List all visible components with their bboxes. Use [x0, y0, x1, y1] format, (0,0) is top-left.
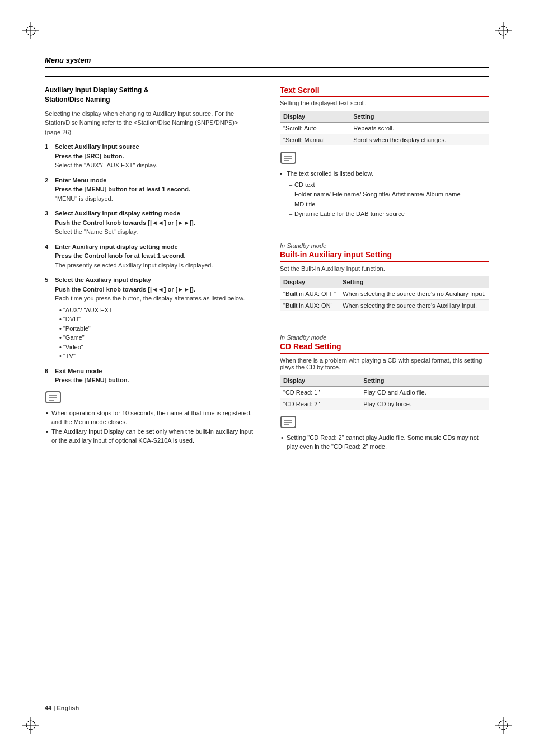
built-in-aux-section: In Standby mode Built-in Auxiliary input…	[280, 242, 489, 311]
step-4-detail: The presently selected Auxiliary input d…	[55, 261, 254, 270]
note-bullet-item: The Auxiliary Input Display can be set o…	[45, 427, 254, 445]
col-setting: Setting	[360, 375, 489, 387]
list-item: "AUX"/ "AUX EXT"	[59, 306, 254, 315]
reg-mark-tr	[495, 22, 512, 39]
table-cell-display: "Scroll: Auto"	[280, 123, 350, 134]
note-bullet-item: Setting "CD Read: 2" cannot play Audio f…	[280, 433, 489, 452]
step-4-content: Enter Auxiliary input display setting mo…	[55, 242, 254, 270]
step-3-content: Select Auxiliary input display setting m…	[55, 209, 254, 237]
table-cell-setting: Play CD by force.	[360, 398, 489, 410]
step-6: 6 Exit Menu mode Press the [MENU] button…	[45, 367, 254, 385]
table-row: "Built in AUX: OFF" When selecting the s…	[280, 288, 489, 299]
note-icon-cd-read	[280, 415, 489, 430]
table-header-row: Display Setting	[280, 111, 489, 123]
list-item: "Portable"	[59, 324, 254, 334]
step-2: 2 Enter Menu mode Press the [MENU] butto…	[45, 176, 254, 204]
step-1-instruction: Press the [SRC] button.	[55, 152, 254, 161]
table-cell-setting: When selecting the source there's no Aux…	[339, 288, 489, 299]
table-row: "Scroll: Manual" Scrolls when the displa…	[280, 134, 489, 146]
step-2-content: Enter Menu mode Press the [MENU] button …	[55, 176, 254, 204]
step-3-title: Select Auxiliary input display setting m…	[55, 209, 254, 218]
step-2-num: 2	[45, 176, 53, 204]
step-1-detail: Select the "AUX"/ "AUX EXT" display.	[55, 161, 254, 170]
step-1: 1 Select Auxiliary input source Press th…	[45, 142, 254, 170]
step-2-title: Enter Menu mode	[55, 176, 254, 185]
text-scroll-title: Text Scroll	[280, 86, 489, 97]
aux-intro: Selecting the display when changing to A…	[45, 109, 254, 137]
menu-system-header: Menu system	[45, 56, 489, 68]
table-row: "Built in AUX: ON" When selecting the so…	[280, 299, 489, 311]
table-row: "CD Read: 1" Play CD and Audio file.	[280, 386, 489, 398]
step-5-instruction: Push the Control knob towards [|◄◄] or […	[55, 285, 254, 294]
page-number: 44	[45, 705, 51, 711]
col-setting: Setting	[350, 111, 489, 123]
table-cell-display: "Built in AUX: ON"	[280, 299, 339, 311]
left-column: Auxiliary Input Display Setting & Statio…	[45, 86, 263, 465]
list-item: Dynamic Lable for the DAB tuner source	[289, 209, 489, 219]
table-header-row: Display Setting	[280, 276, 489, 288]
list-item: CD text	[289, 180, 489, 190]
cd-read-notes: Setting "CD Read: 2" cannot play Audio f…	[280, 433, 489, 452]
text-scroll-section: Text Scroll Setting the displayed text s…	[280, 86, 489, 219]
list-item: "TV"	[59, 351, 254, 361]
step-1-num: 1	[45, 142, 53, 170]
built-in-aux-title: Built-in Auxiliary input Setting	[280, 250, 489, 262]
col-setting: Setting	[339, 276, 489, 288]
col-display: Display	[280, 276, 339, 288]
standby-label-cd: In Standby mode	[280, 334, 489, 341]
table-cell-setting: Scrolls when the display changes.	[350, 134, 489, 146]
list-item: "Game"	[59, 333, 254, 342]
cd-read-subtitle: When there is a problem with playing a C…	[280, 357, 489, 370]
step-3: 3 Select Auxiliary input display setting…	[45, 209, 254, 237]
cd-read-table: Display Setting "CD Read: 1" Play CD and…	[280, 375, 489, 410]
page-content: Menu system Auxiliary Input Display Sett…	[45, 56, 489, 711]
step-3-detail: Select the "Name Set" display.	[55, 227, 254, 237]
step-1-content: Select Auxiliary input source Press the …	[55, 142, 254, 170]
note-icon-text-scroll	[280, 151, 489, 166]
step-6-title: Exit Menu mode	[55, 367, 254, 376]
table-cell-display: "Built in AUX: OFF"	[280, 288, 339, 299]
step-6-num: 6	[45, 367, 53, 385]
top-rule	[45, 76, 489, 77]
built-in-aux-subtitle: Set the Built-in Auxiliary Input functio…	[280, 265, 489, 272]
display-options-list: "AUX"/ "AUX EXT" "DVD" "Portable" "Game"…	[55, 306, 254, 361]
table-cell-display: "Scroll: Manual"	[280, 134, 350, 146]
right-column: Text Scroll Setting the displayed text s…	[280, 86, 489, 465]
aux-section-title: Auxiliary Input Display Setting & Statio…	[45, 86, 254, 105]
reg-mark-br	[495, 717, 512, 734]
two-column-layout: Auxiliary Input Display Setting & Statio…	[45, 86, 489, 465]
col-display: Display	[280, 111, 350, 123]
step-5: 5 Select the Auxiliary input display Pus…	[45, 275, 254, 361]
list-item: Folder name/ File name/ Song title/ Arti…	[289, 190, 489, 200]
list-item: MD title	[289, 200, 489, 210]
built-in-aux-table: Display Setting "Built in AUX: OFF" When…	[280, 276, 489, 311]
list-item: "DVD"	[59, 314, 254, 324]
step-5-content: Select the Auxiliary input display Push …	[55, 275, 254, 361]
step-2-detail: "MENU" is displayed.	[55, 194, 254, 204]
note-bullet-item: When operation stops for 10 seconds, the…	[45, 408, 254, 427]
step-4-num: 4	[45, 242, 53, 270]
table-row: "CD Read: 2" Play CD by force.	[280, 398, 489, 410]
cd-read-title: CD Read Setting	[280, 342, 489, 354]
step-6-content: Exit Menu mode Press the [MENU] button.	[55, 367, 254, 385]
list-item: "Video"	[59, 342, 254, 352]
table-cell-setting: Repeats scroll.	[350, 123, 489, 134]
page-language: English	[57, 705, 79, 711]
step-1-title: Select Auxiliary input source	[55, 142, 254, 152]
col-display: Display	[280, 375, 360, 387]
step-5-detail: Each time you press the button, the disp…	[55, 294, 254, 303]
step-5-num: 5	[45, 275, 53, 361]
reg-mark-tl	[22, 22, 39, 39]
step-5-title: Select the Auxiliary input display	[55, 275, 254, 285]
step-4: 4 Enter Auxiliary input display setting …	[45, 242, 254, 270]
table-cell-display: "CD Read: 1"	[280, 386, 360, 398]
text-scroll-table: Display Setting "Scroll: Auto" Repeats s…	[280, 111, 489, 145]
table-header-row: Display Setting	[280, 375, 489, 387]
step-3-num: 3	[45, 209, 53, 237]
page-footer: 44 | English	[45, 705, 79, 711]
note-bullets-left: When operation stops for 10 seconds, the…	[45, 408, 254, 445]
svg-rect-16	[281, 152, 296, 163]
cd-read-section: In Standby mode CD Read Setting When the…	[280, 334, 489, 452]
svg-rect-12	[46, 392, 60, 403]
divider-1	[280, 233, 489, 233]
